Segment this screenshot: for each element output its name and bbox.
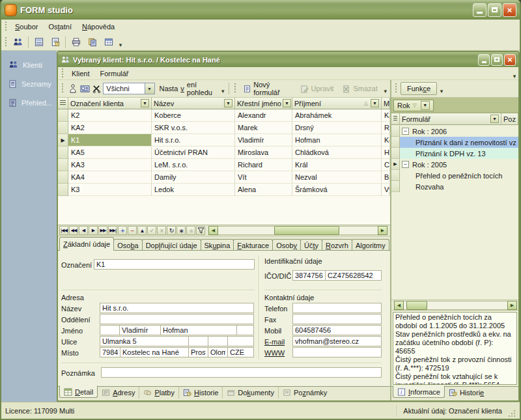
menu-soubor[interactable]: Soubor (10, 21, 43, 32)
forms-horizontal-scrollbar[interactable]: ◀ ▶ (394, 301, 517, 310)
toolbar-overflow-chevron[interactable]: ▾ (438, 82, 445, 95)
telefon-field[interactable] (292, 303, 382, 313)
column-filter-icon[interactable]: ▼ (283, 99, 291, 107)
menubar-overflow-chevron[interactable]: ▾ (511, 67, 518, 80)
email-link-label[interactable]: E-mail (264, 338, 285, 346)
tree-item-row[interactable]: Rozvaha (391, 181, 518, 192)
post-edit-button[interactable]: ✓ (147, 226, 156, 235)
bookmark-button[interactable]: ∗ (176, 226, 186, 235)
edit-form-button[interactable]: Upravit (296, 82, 338, 95)
oddeleni-field[interactable] (100, 314, 254, 324)
column-filter-icon[interactable]: ▼ (490, 115, 499, 123)
toolbar-grip[interactable] (61, 68, 64, 79)
tab-algoritmy[interactable]: Algoritmy (352, 239, 389, 251)
current-row-marker[interactable]: ▶ (58, 134, 68, 147)
table-row[interactable]: KA3 LeM. s.r.o. Richard Král Cheb (58, 159, 390, 171)
tab-detail[interactable]: Detail (59, 385, 98, 398)
titul-pred-field[interactable] (100, 325, 120, 335)
refresh-button[interactable]: ↻ (167, 226, 176, 235)
cp-field[interactable] (188, 336, 208, 346)
sidebar-item-prehled[interactable]: Přehled... (1, 98, 57, 107)
tab-platby[interactable]: Platby (139, 386, 179, 399)
row-selector[interactable] (391, 181, 400, 192)
tab-skupina[interactable]: Skupina (201, 239, 234, 251)
next-page-button[interactable]: ▶▶ (98, 226, 107, 235)
col-header-oznaceni[interactable]: Označení klienta▼ (68, 98, 152, 109)
last-record-button[interactable]: ▶▶| (108, 226, 117, 235)
nazev-field[interactable] (100, 303, 254, 313)
scroll-thumb[interactable] (274, 226, 339, 235)
row-selector[interactable] (58, 159, 68, 171)
resize-grip[interactable] (507, 409, 516, 417)
tab-rozvrh[interactable]: Rozvrh (322, 239, 352, 251)
col-header-prijmeni[interactable]: Příjmení△▼ (292, 98, 382, 109)
close-button[interactable]: × (503, 3, 516, 17)
email-field[interactable] (292, 336, 382, 346)
row-selector[interactable] (58, 147, 68, 159)
prior-record-button[interactable]: ◀ (79, 226, 88, 235)
grid-horizontal-scrollbar[interactable]: ◀ ▶ (208, 226, 387, 235)
row-selector[interactable] (391, 137, 400, 148)
tab-osoba[interactable]: Osoba (113, 239, 142, 251)
cancel-edit-button[interactable]: × (157, 226, 166, 235)
scroll-left-button[interactable]: ◀ (208, 226, 218, 235)
toolbar-grip[interactable] (234, 83, 237, 94)
client-close-button[interactable]: × (504, 54, 516, 66)
next-record-button[interactable]: ▶ (89, 226, 98, 235)
toolbar-grip[interactable] (5, 37, 8, 48)
tab-adresy[interactable]: Adresy (98, 386, 139, 399)
column-filter-icon[interactable]: ▼ (371, 99, 379, 107)
prior-page-button[interactable]: ◀◀ (69, 226, 78, 235)
combo-arrow-icon[interactable]: ▼ (145, 83, 154, 94)
col-header-formular[interactable]: Formulář▼ (400, 113, 501, 125)
group-filter-icon[interactable]: ▼ (421, 101, 430, 110)
tab-fakturace[interactable]: Fakturace (233, 239, 273, 251)
column-filter-icon[interactable]: ▼ (224, 99, 232, 107)
stat-field[interactable] (227, 347, 254, 357)
table-row[interactable]: KA4 Damily Vít Nezval Brno (58, 171, 390, 184)
filter-button[interactable] (196, 226, 205, 235)
toolbar-grip[interactable] (395, 83, 398, 94)
misto-field[interactable] (120, 347, 189, 357)
oznaceni-field[interactable] (94, 259, 255, 270)
funkce-button[interactable]: Funkce (401, 82, 437, 95)
dic-field[interactable] (325, 270, 382, 281)
tree-group-row[interactable]: ▶ −Rok : 2005 (391, 159, 518, 170)
sidebar-item-seznamy[interactable]: Seznamy (1, 79, 57, 89)
scroll-right-button[interactable]: ▶ (378, 226, 387, 235)
calculator-toolbar-button[interactable] (31, 35, 47, 49)
tab-historie[interactable]: Historie (179, 386, 223, 399)
toolbar-overflow-chevron[interactable]: ▾ (382, 82, 389, 95)
client-maximize-button[interactable] (491, 54, 503, 66)
clients-toolbar-button[interactable] (10, 35, 26, 49)
forms-toolbar-button[interactable]: 7 (47, 35, 63, 49)
poznamka-field[interactable] (101, 367, 382, 378)
ico-field[interactable] (292, 270, 326, 281)
col-header-misto[interactable]: Míst (382, 98, 390, 109)
col-header-nazev[interactable]: Název▼ (152, 98, 235, 109)
okres-field[interactable] (188, 347, 208, 357)
scroll-right-button[interactable]: ▶ (507, 301, 517, 310)
row-selector[interactable] (391, 170, 400, 181)
table-row[interactable]: K2 Koberce Alexandr Abrahámek Karv (58, 109, 390, 122)
table-toolbar-button[interactable] (100, 35, 117, 49)
minimize-button[interactable] (473, 3, 486, 17)
table-row-selected[interactable]: ▶ K1 Hit s.r.o. Vladimír Hofman Kost (58, 134, 390, 147)
menu-formular[interactable]: Formulář (95, 69, 134, 78)
tab-dokumenty[interactable]: Dokumenty (223, 386, 279, 399)
person-toolbar-button[interactable] (67, 81, 78, 96)
row-selector[interactable] (58, 184, 68, 196)
table-row[interactable]: KA2 SKR v.o.s. Marek Drsný Rudn (58, 122, 390, 134)
new-form-button[interactable]: Nový formulář (240, 82, 295, 95)
grid-corner-header[interactable] (58, 98, 68, 109)
insert-record-button[interactable]: + (118, 226, 127, 235)
tab-historie-form[interactable]: Historie (445, 386, 488, 399)
client-filter-combobox[interactable]: Všichni ▼ (103, 83, 154, 94)
copy-toolbar-button[interactable] (84, 35, 100, 49)
table-row[interactable]: K3 Ledok Alena Šrámková Vyšk (58, 184, 390, 196)
cd-field[interactable] (227, 336, 254, 346)
delete-record-button[interactable]: − (128, 226, 137, 235)
group-by-rok-chip[interactable]: Rok ▽ ▼ (393, 100, 434, 111)
www-link-label[interactable]: WWW (264, 349, 285, 357)
row-selector[interactable] (58, 122, 68, 134)
